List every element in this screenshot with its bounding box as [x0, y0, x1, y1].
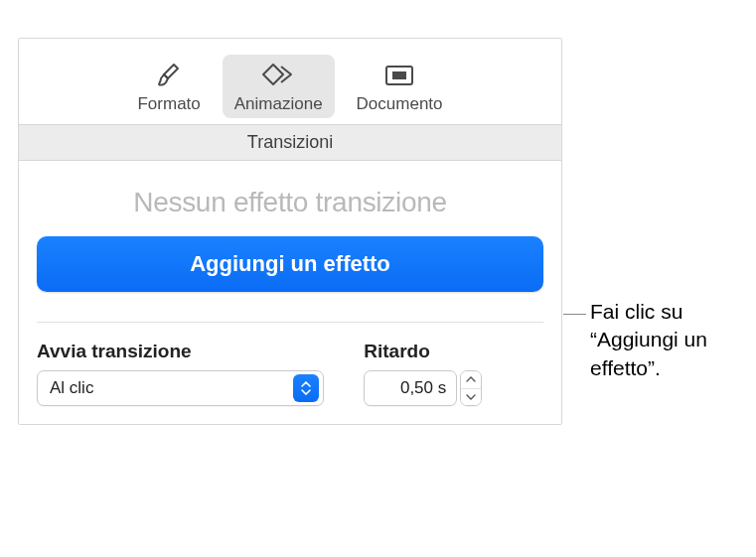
inspector-panel: Formato Animazione Documento Transizioni [18, 38, 562, 425]
chevron-down-icon [466, 394, 476, 400]
section-header-transitions: Transizioni [19, 124, 561, 161]
chevron-up-icon [466, 376, 476, 382]
callout-leader-line [563, 314, 586, 315]
delay-step-up-button[interactable] [461, 371, 481, 389]
delay-stepper: 0,50 s [364, 370, 543, 406]
no-transition-effect-text: Nessun effetto transizione [37, 187, 543, 218]
start-transition-group: Avvia transizione Al clic [37, 341, 324, 406]
brush-icon [154, 59, 184, 92]
select-updown-icon [293, 374, 319, 402]
toolbar-tab-document-label: Documento [357, 94, 443, 114]
toolbar-tab-document[interactable]: Documento [345, 55, 455, 118]
delay-step-down-button[interactable] [461, 389, 481, 406]
delay-label: Ritardo [364, 341, 543, 362]
add-effect-button[interactable]: Aggiungi un effetto [37, 236, 543, 292]
svg-rect-1 [392, 71, 406, 79]
start-transition-select[interactable]: Al clic [37, 370, 324, 406]
diamond-icon [259, 59, 297, 92]
delay-group: Ritardo 0,50 s [364, 341, 543, 406]
document-icon [382, 59, 416, 92]
toolbar-tab-animation[interactable]: Animazione [223, 55, 335, 118]
delay-value: 0,50 s [400, 378, 446, 398]
panel-body: Nessun effetto transizione Aggiungi un e… [19, 161, 561, 424]
controls-row: Avvia transizione Al clic Ritardo 0,50 s [37, 341, 543, 406]
delay-input[interactable]: 0,50 s [364, 370, 457, 406]
toolbar: Formato Animazione Documento [19, 39, 561, 124]
toolbar-tab-format[interactable]: Formato [125, 55, 212, 118]
start-transition-label: Avvia transizione [37, 341, 324, 362]
toolbar-tab-format-label: Formato [137, 94, 200, 114]
divider [37, 322, 543, 323]
callout-text: Fai clic su “Aggiungi un effetto”. [590, 298, 749, 382]
delay-stepper-buttons [460, 370, 482, 406]
start-transition-value: Al clic [38, 378, 293, 398]
toolbar-tab-animation-label: Animazione [234, 94, 323, 114]
